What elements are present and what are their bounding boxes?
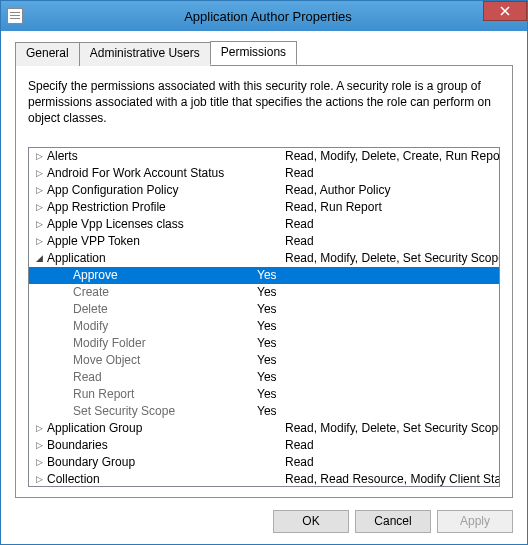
tab-strip: General Administrative Users Permissions [15,41,513,65]
tree-child-row[interactable]: CreateYes [29,284,499,301]
tree-child-row[interactable]: ReadYes [29,369,499,386]
row-label: App Configuration Policy [45,183,279,197]
tree-row[interactable]: ▷AlertsRead, Modify, Delete, Create, Run… [29,148,499,165]
permissions-tree: ▷AlertsRead, Modify, Delete, Create, Run… [28,147,500,487]
dialog-footer: OK Cancel Apply [1,498,527,544]
row-label: Modify Folder [45,336,251,350]
tree-row[interactable]: ▷Android For Work Account StatusRead [29,165,499,182]
tree-row[interactable]: ◢ApplicationRead, Modify, Delete, Set Se… [29,250,499,267]
tree-row[interactable]: ▷App Restriction ProfileRead, Run Report [29,199,499,216]
tree-row[interactable]: ▷CollectionRead, Read Resource, Modify C… [29,471,499,486]
tree-child-row[interactable]: ApproveYes [29,267,499,284]
expand-icon[interactable]: ▷ [33,202,45,212]
permissions-tree-scroll[interactable]: ▷AlertsRead, Modify, Delete, Create, Run… [29,148,499,486]
row-permission: Yes [251,370,277,384]
content-area: General Administrative Users Permissions… [1,31,527,498]
row-permission: Yes [251,404,277,418]
dialog-window: Application Author Properties General Ad… [0,0,528,545]
expand-icon[interactable]: ▷ [33,440,45,450]
row-permission: Yes [251,336,277,350]
tab-admin-users[interactable]: Administrative Users [79,42,211,66]
row-label: Application Group [45,421,279,435]
ok-button[interactable]: OK [273,510,349,533]
expand-icon[interactable]: ▷ [33,423,45,433]
tab-panel-permissions: Specify the permissions associated with … [15,65,513,498]
close-button[interactable] [483,1,527,21]
row-permission: Read [279,234,314,248]
expand-icon[interactable]: ▷ [33,219,45,229]
row-permission: Read [279,166,314,180]
row-label: Boundary Group [45,455,279,469]
tree-row[interactable]: ▷Apple VPP TokenRead [29,233,499,250]
row-label: Alerts [45,149,279,163]
row-label: Collection [45,472,279,486]
window-title: Application Author Properties [29,9,527,24]
collapse-icon[interactable]: ◢ [33,253,45,263]
row-permission: Read [279,438,314,452]
tree-child-row[interactable]: DeleteYes [29,301,499,318]
row-label: Apple VPP Token [45,234,279,248]
row-label: Modify [45,319,251,333]
cancel-button[interactable]: Cancel [355,510,431,533]
row-label: Set Security Scope [45,404,251,418]
row-label: Apple Vpp Licenses class [45,217,279,231]
row-permission: Yes [251,319,277,333]
tree-row[interactable]: ▷Application GroupRead, Modify, Delete, … [29,420,499,437]
row-label: Approve [45,268,251,282]
row-label: Move Object [45,353,251,367]
row-permission: Yes [251,387,277,401]
tree-row[interactable]: ▷BoundariesRead [29,437,499,454]
row-permission: Yes [251,302,277,316]
row-label: Android For Work Account Status [45,166,279,180]
row-label: Create [45,285,251,299]
row-label: Boundaries [45,438,279,452]
tree-child-row[interactable]: Run ReportYes [29,386,499,403]
row-permission: Read, Read Resource, Modify Client Statu… [279,472,499,486]
tree-row[interactable]: ▷App Configuration PolicyRead, Author Po… [29,182,499,199]
expand-icon[interactable]: ▷ [33,236,45,246]
window-icon [7,8,23,24]
row-label: Application [45,251,279,265]
tree-row[interactable]: ▷Apple Vpp Licenses classRead [29,216,499,233]
row-permission: Read, Modify, Delete, Set Security Scope… [279,421,499,435]
row-label: Run Report [45,387,251,401]
expand-icon[interactable]: ▷ [33,474,45,484]
titlebar[interactable]: Application Author Properties [1,1,527,31]
row-label: Read [45,370,251,384]
tree-row[interactable]: ▷Boundary GroupRead [29,454,499,471]
row-label: App Restriction Profile [45,200,279,214]
expand-icon[interactable]: ▷ [33,168,45,178]
tree-child-row[interactable]: Set Security ScopeYes [29,403,499,420]
row-permission: Read, Modify, Delete, Create, Run Report… [279,149,499,163]
tab-general[interactable]: General [15,42,80,66]
tab-permissions[interactable]: Permissions [210,41,297,65]
tree-child-row[interactable]: Move ObjectYes [29,352,499,369]
row-label: Delete [45,302,251,316]
row-permission: Read [279,217,314,231]
panel-description: Specify the permissions associated with … [28,78,500,127]
tree-child-row[interactable]: ModifyYes [29,318,499,335]
expand-icon[interactable]: ▷ [33,185,45,195]
tree-child-row[interactable]: Modify FolderYes [29,335,499,352]
row-permission: Read, Modify, Delete, Set Security Scope… [279,251,499,265]
row-permission: Yes [251,285,277,299]
close-icon [500,6,510,16]
expand-icon[interactable]: ▷ [33,151,45,161]
apply-button[interactable]: Apply [437,510,513,533]
row-permission: Yes [251,353,277,367]
row-permission: Read [279,455,314,469]
row-permission: Read, Author Policy [279,183,390,197]
row-permission: Read, Run Report [279,200,382,214]
row-permission: Yes [251,268,277,282]
expand-icon[interactable]: ▷ [33,457,45,467]
